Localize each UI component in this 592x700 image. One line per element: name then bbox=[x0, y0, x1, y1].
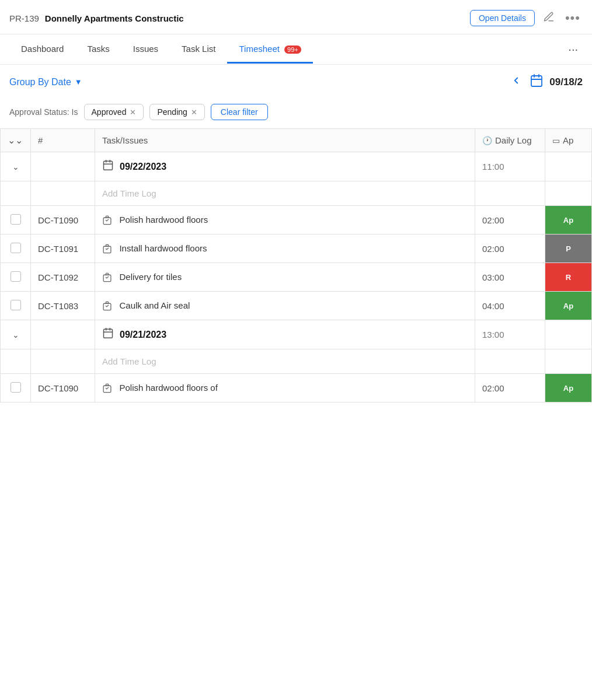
group-by-button[interactable]: Group By Date ▼ bbox=[9, 77, 82, 88]
expand-icon[interactable]: ⌄ bbox=[12, 330, 19, 340]
tab-tasks[interactable]: Tasks bbox=[75, 36, 121, 64]
row-checkbox[interactable] bbox=[11, 300, 21, 310]
row-daily-log: 04:00 bbox=[475, 292, 545, 320]
page-header: PR-139 Donnelly Apartments Constructic O… bbox=[0, 0, 592, 34]
approval-icon: ▭ bbox=[552, 136, 560, 145]
row-id-cell: DC-T1090 bbox=[31, 374, 95, 402]
expand-icon[interactable]: ⌄ bbox=[12, 162, 19, 172]
group-by-label: Group By Date bbox=[9, 77, 71, 88]
group-date-cell: 09/22/2023 bbox=[95, 152, 475, 181]
row-checkbox[interactable] bbox=[11, 243, 21, 253]
nav-tabs: Dashboard Tasks Issues Task List Timeshe… bbox=[0, 34, 592, 65]
edit-icon-button[interactable] bbox=[541, 9, 557, 28]
row-id-cell: DC-T1083 bbox=[31, 292, 95, 320]
project-title: Donnelly Apartments Constructic bbox=[45, 13, 464, 23]
row-status-cell: Ap bbox=[545, 292, 592, 320]
collapse-all-icon[interactable]: ⌄⌄ bbox=[8, 135, 23, 145]
placeholder-daily bbox=[475, 181, 545, 206]
clock-icon: 🕐 bbox=[482, 136, 492, 145]
table-row: DC-T1090 Polish hardwood floors 02:00 Ap bbox=[1, 206, 592, 235]
group-hash-cell bbox=[31, 320, 95, 349]
nav-more-button[interactable]: ··· bbox=[563, 34, 583, 64]
task-icon bbox=[102, 272, 114, 282]
clear-filter-button[interactable]: Clear filter bbox=[211, 104, 268, 120]
open-details-button[interactable]: Open Details bbox=[470, 10, 535, 26]
group-expand-cell[interactable]: ⌄ bbox=[1, 320, 31, 349]
row-expand-cell[interactable] bbox=[1, 235, 31, 263]
row-expand-cell[interactable] bbox=[1, 292, 31, 320]
row-task-cell: Polish hardwood floors of bbox=[95, 374, 475, 402]
timesheet-badge: 99+ bbox=[284, 46, 301, 54]
tab-dashboard[interactable]: Dashboard bbox=[9, 36, 75, 64]
placeholder-expand bbox=[1, 349, 31, 374]
placeholder-task[interactable]: Add Time Log bbox=[95, 181, 475, 206]
row-task-cell: Install hardwood floors bbox=[95, 235, 475, 263]
row-task-cell: Polish hardwood floors bbox=[95, 206, 475, 235]
tab-task-list[interactable]: Task List bbox=[170, 36, 227, 64]
row-daily-log: 03:00 bbox=[475, 263, 545, 292]
row-status-cell: Ap bbox=[545, 206, 592, 235]
status-badge: Ap bbox=[545, 374, 591, 402]
placeholder-ap bbox=[545, 349, 592, 374]
task-icon bbox=[102, 243, 114, 253]
placeholder-daily bbox=[475, 349, 545, 374]
group-expand-cell[interactable]: ⌄ bbox=[1, 152, 31, 181]
placeholder-expand bbox=[1, 181, 31, 206]
group-daily-log: 13:00 bbox=[475, 320, 545, 349]
date-group-row: ⌄ 09/21/2023 13:00 bbox=[1, 320, 592, 349]
row-id-cell: DC-T1091 bbox=[31, 235, 95, 263]
placeholder-task[interactable]: Add Time Log bbox=[95, 349, 475, 374]
group-calendar-icon bbox=[102, 327, 114, 342]
th-hash: # bbox=[31, 129, 95, 152]
table-row: DC-T1083 Caulk and Air seal 04:00 Ap bbox=[1, 292, 592, 320]
table-row: DC-T1090 Polish hardwood floors of 02:00… bbox=[1, 374, 592, 402]
svg-rect-16 bbox=[104, 329, 113, 338]
add-timelog-row: Add Time Log bbox=[1, 181, 592, 206]
row-status-cell: R bbox=[545, 263, 592, 292]
filter-label: Approval Status: Is bbox=[9, 107, 78, 117]
row-checkbox[interactable] bbox=[11, 271, 21, 282]
row-task-cell: Delivery for tiles bbox=[95, 263, 475, 292]
project-id: PR-139 bbox=[9, 13, 39, 23]
row-expand-cell[interactable] bbox=[1, 206, 31, 235]
tab-timesheet[interactable]: Timesheet 99+ bbox=[227, 36, 312, 64]
th-task-issues: Task/Issues bbox=[95, 129, 475, 152]
date-group-row: ⌄ 09/22/2023 11:00 bbox=[1, 152, 592, 181]
row-status-cell: Ap bbox=[545, 374, 592, 402]
row-checkbox[interactable] bbox=[11, 382, 21, 393]
placeholder-ap bbox=[545, 181, 592, 206]
timesheet-table: ⌄⌄ # Task/Issues 🕐Daily Log ▭Ap ⌄ bbox=[0, 128, 592, 402]
table-row: DC-T1091 Install hardwood floors 02:00 P bbox=[1, 235, 592, 263]
group-daily-log: 11:00 bbox=[475, 152, 545, 181]
remove-approved-filter[interactable]: ✕ bbox=[130, 108, 136, 117]
prev-date-button[interactable] bbox=[509, 73, 524, 91]
svg-rect-0 bbox=[531, 76, 542, 86]
filter-row: Approval Status: Is Approved ✕ Pending ✕… bbox=[0, 99, 592, 128]
chevron-down-icon: ▼ bbox=[75, 78, 82, 86]
row-id-cell: DC-T1092 bbox=[31, 263, 95, 292]
toolbar: Group By Date ▼ 09/18/2 bbox=[0, 65, 592, 99]
group-approval-cell bbox=[545, 152, 592, 181]
tab-issues[interactable]: Issues bbox=[121, 36, 170, 64]
th-expand: ⌄⌄ bbox=[1, 129, 31, 152]
row-id-cell: DC-T1090 bbox=[31, 206, 95, 235]
task-icon bbox=[102, 383, 114, 393]
svg-rect-4 bbox=[104, 161, 113, 170]
remove-pending-filter[interactable]: ✕ bbox=[191, 108, 197, 117]
placeholder-hash bbox=[31, 181, 95, 206]
date-display: 09/18/2 bbox=[549, 76, 583, 88]
row-checkbox[interactable] bbox=[11, 214, 21, 225]
row-expand-cell[interactable] bbox=[1, 374, 31, 402]
date-navigation: 09/18/2 bbox=[509, 73, 583, 91]
group-date-cell: 09/21/2023 bbox=[95, 320, 475, 349]
calendar-icon[interactable] bbox=[530, 74, 544, 91]
more-options-button[interactable]: ••• bbox=[563, 8, 583, 28]
row-task-cell: Caulk and Air seal bbox=[95, 292, 475, 320]
row-expand-cell[interactable] bbox=[1, 263, 31, 292]
table-row: DC-T1092 Delivery for tiles 03:00 R bbox=[1, 263, 592, 292]
row-daily-log: 02:00 bbox=[475, 206, 545, 235]
status-badge: R bbox=[545, 263, 591, 291]
status-badge: P bbox=[545, 235, 591, 262]
group-hash-cell bbox=[31, 152, 95, 181]
group-approval-cell bbox=[545, 320, 592, 349]
